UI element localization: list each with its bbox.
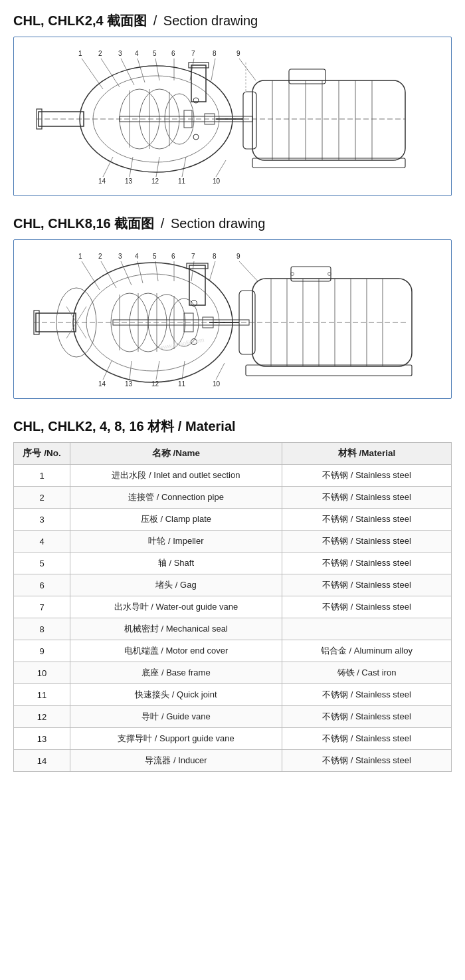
cell-material: 不锈钢 / Stainless steel bbox=[282, 750, 451, 772]
table-row: 12导叶 / Guide vane不锈钢 / Stainless steel bbox=[14, 706, 452, 728]
svg-text:6: 6 bbox=[171, 253, 175, 260]
section1-slash: / bbox=[153, 13, 161, 28]
svg-rect-107 bbox=[187, 263, 208, 269]
drawing-1: 1 2 3 4 5 6 7 8 9 14 13 12 11 10 bbox=[19, 44, 446, 190]
cell-material: 不锈钢 / Stainless steel bbox=[282, 552, 451, 574]
cell-no: 5 bbox=[14, 552, 70, 574]
svg-text:5: 5 bbox=[153, 253, 157, 260]
svg-text:9: 9 bbox=[236, 50, 240, 57]
svg-line-14 bbox=[82, 59, 103, 89]
svg-text:1: 1 bbox=[78, 50, 82, 57]
cell-name: 支撑导叶 / Support guide vane bbox=[70, 728, 282, 750]
section1-prefix: CHL, CHLK2,4 bbox=[13, 13, 104, 28]
section3-title-en: Material bbox=[185, 419, 236, 433]
svg-line-22 bbox=[239, 59, 256, 80]
cell-no: 1 bbox=[14, 465, 70, 487]
svg-line-18 bbox=[155, 59, 159, 80]
table-row: 5轴 / Shaft不锈钢 / Stainless steel bbox=[14, 552, 452, 574]
section1-title-cn: 截面图 bbox=[107, 13, 147, 28]
svg-text:8: 8 bbox=[213, 253, 217, 260]
section2-slash: / bbox=[161, 216, 168, 231]
svg-text:2: 2 bbox=[98, 253, 102, 260]
svg-line-25 bbox=[156, 157, 159, 177]
svg-point-55 bbox=[193, 134, 199, 140]
pump-diagram-2: 1 2 3 4 5 6 7 8 9 14 13 12 11 10 bbox=[27, 247, 438, 393]
cell-no: 4 bbox=[14, 531, 70, 552]
svg-rect-28 bbox=[252, 80, 405, 160]
cell-material bbox=[282, 618, 451, 640]
cell-name: 快速接头 / Quick joint bbox=[70, 684, 282, 706]
svg-point-102 bbox=[73, 263, 232, 382]
cell-name: 堵头 / Gag bbox=[70, 574, 282, 596]
drawing-box-2: 1 2 3 4 5 6 7 8 9 14 13 12 11 10 bbox=[13, 239, 452, 399]
svg-text:14: 14 bbox=[98, 178, 106, 185]
pump-diagram-1: 1 2 3 4 5 6 7 8 9 14 13 12 11 10 bbox=[27, 44, 438, 190]
section2-prefix: CHL, CHLK8,16 bbox=[13, 216, 111, 231]
svg-line-16 bbox=[121, 59, 134, 85]
cell-no: 12 bbox=[14, 706, 70, 728]
svg-line-85 bbox=[182, 361, 185, 380]
svg-line-27 bbox=[216, 160, 226, 177]
cell-name: 叶轮 / Impeller bbox=[70, 531, 282, 552]
svg-line-84 bbox=[156, 361, 159, 380]
col-header-no: 序号 /No. bbox=[14, 443, 70, 465]
svg-text:5: 5 bbox=[153, 50, 157, 57]
section2-title: CHL, CHLK8,16 截面图 / Section drawing bbox=[13, 215, 452, 233]
cell-material: 不锈钢 / Stainless steel bbox=[282, 487, 451, 509]
cell-no: 14 bbox=[14, 750, 70, 772]
cell-material: 不锈钢 / Stainless steel bbox=[282, 509, 451, 531]
cell-no: 2 bbox=[14, 487, 70, 509]
table-row: 7出水导叶 / Water-out guide vane不锈钢 / Stainl… bbox=[14, 596, 452, 618]
cell-no: 9 bbox=[14, 640, 70, 662]
material-table: 序号 /No. 名称 /Name 材料 /Material 1进出水段 / In… bbox=[13, 442, 452, 772]
svg-text:12: 12 bbox=[151, 380, 159, 388]
table-row: 2连接管 / Connection pipe不锈钢 / Stainless st… bbox=[14, 487, 452, 509]
svg-text:3: 3 bbox=[118, 50, 122, 57]
svg-text:4: 4 bbox=[135, 253, 139, 260]
svg-line-86 bbox=[216, 363, 225, 380]
cell-material: 不锈钢 / Stainless steel bbox=[282, 531, 451, 552]
svg-line-83 bbox=[130, 361, 132, 380]
cell-material: 不锈钢 / Stainless steel bbox=[282, 596, 451, 618]
svg-text:10: 10 bbox=[213, 380, 221, 388]
svg-text:www.shuolik.com: www.shuolik.com bbox=[158, 336, 205, 351]
svg-text:6: 6 bbox=[171, 50, 175, 57]
svg-line-76 bbox=[138, 261, 143, 283]
cell-material: 不锈钢 / Stainless steel bbox=[282, 706, 451, 728]
svg-rect-36 bbox=[252, 158, 405, 168]
svg-text:7: 7 bbox=[191, 253, 195, 260]
cell-material: 不锈钢 / Stainless steel bbox=[282, 465, 451, 487]
col-header-material: 材料 /Material bbox=[282, 443, 451, 465]
svg-text:12: 12 bbox=[151, 178, 159, 185]
cell-name: 机械密封 / Mechanical seal bbox=[70, 618, 282, 640]
svg-text:7: 7 bbox=[191, 50, 195, 57]
section1-title: CHL, CHLK2,4 截面图 / Section drawing bbox=[13, 12, 452, 30]
svg-line-24 bbox=[130, 157, 133, 177]
cell-no: 8 bbox=[14, 618, 70, 640]
cell-no: 10 bbox=[14, 662, 70, 684]
section3-prefix: CHL, CHLK2, 4, 8, 16 bbox=[13, 419, 144, 433]
section3-title: CHL, CHLK2, 4, 8, 16 材料 / Material bbox=[13, 418, 452, 435]
table-row: 3压板 / Clamp plate不锈钢 / Stainless steel bbox=[14, 509, 452, 531]
svg-line-81 bbox=[239, 261, 258, 281]
cell-name: 底座 / Base frame bbox=[70, 662, 282, 684]
table-row: 1进出水段 / Inlet and outlet section不锈钢 / St… bbox=[14, 465, 452, 487]
svg-line-15 bbox=[101, 59, 120, 87]
svg-rect-106 bbox=[189, 265, 205, 305]
section2-title-en: Section drawing bbox=[171, 216, 265, 231]
svg-line-74 bbox=[101, 261, 116, 288]
table-row: 11快速接头 / Quick joint不锈钢 / Stainless stee… bbox=[14, 684, 452, 706]
cell-material: 不锈钢 / Stainless steel bbox=[282, 728, 451, 750]
cell-material: 不锈钢 / Stainless steel bbox=[282, 574, 451, 596]
table-row: 9电机端盖 / Motor end cover铝合金 / Aluminum al… bbox=[14, 640, 452, 662]
cell-name: 连接管 / Connection pipe bbox=[70, 487, 282, 509]
cell-no: 3 bbox=[14, 509, 70, 531]
section3-slash: / bbox=[178, 419, 185, 433]
table-header-row: 序号 /No. 名称 /Name 材料 /Material bbox=[14, 443, 452, 465]
svg-line-20 bbox=[190, 59, 194, 80]
cell-no: 13 bbox=[14, 728, 70, 750]
svg-point-54 bbox=[193, 98, 199, 103]
col-header-name: 名称 /Name bbox=[70, 443, 282, 465]
cell-name: 压板 / Clamp plate bbox=[70, 509, 282, 531]
section1-title-en: Section drawing bbox=[163, 13, 258, 28]
